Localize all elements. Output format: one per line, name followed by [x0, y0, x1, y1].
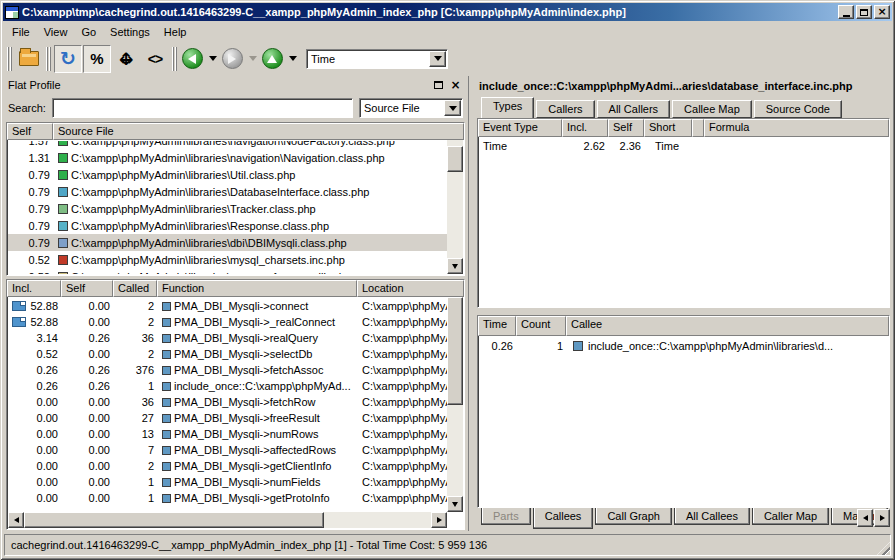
fn-location-value: C:\xampp\phpMyA [358, 316, 447, 328]
cycle-detection-button[interactable]: ↔↕ [112, 45, 140, 73]
tab-all-callees[interactable]: All Callees [674, 508, 750, 525]
functions-horizontal-scrollbar[interactable] [8, 512, 447, 528]
event-type-combo[interactable]: Time [306, 49, 448, 69]
function-row[interactable]: 0.000.007PMA_DBI_Mysqli->affectedRowsC:\… [8, 442, 447, 458]
minimize-button[interactable] [838, 5, 854, 19]
column-header-formula[interactable]: Formula [704, 119, 889, 137]
function-row[interactable]: 52.880.002PMA_DBI_Mysqli->connectC:\xamp… [8, 298, 447, 314]
back-button[interactable] [180, 45, 204, 73]
function-row[interactable]: 0.260.261include_once::C:\xampp\phpMyAd.… [8, 378, 447, 394]
file-row[interactable]: 0.79C:\xampp\phpMyAdmin\libraries\Util.c… [8, 166, 447, 183]
forward-dropdown[interactable] [245, 45, 259, 73]
menu-go[interactable]: Go [74, 23, 103, 41]
title-bar[interactable]: C:\xampp\tmp\cachegrind.out.1416463299-C… [3, 3, 892, 21]
callees-tab-bar: PartsCalleesCall GraphAll CalleesCaller … [477, 508, 890, 531]
function-row[interactable]: 0.000.0027PMA_DBI_Mysqli->freeResultC:\x… [8, 410, 447, 426]
column-header-empty[interactable] [692, 119, 704, 137]
forward-button[interactable] [220, 45, 244, 73]
tab-source-code[interactable]: Source Code [754, 100, 842, 118]
column-header-self[interactable]: Self [61, 280, 113, 297]
fn-name-cell: include_once::C:\xampp\phpMyAd... [158, 380, 358, 392]
function-row[interactable]: 0.000.002PMA_DBI_Mysqli->getClientInfoC:… [8, 458, 447, 474]
column-header-short[interactable]: Short [644, 119, 692, 137]
file-row[interactable]: 1.31C:\xampp\phpMyAdmin\libraries\naviga… [8, 149, 447, 166]
toolbar-handle[interactable] [46, 47, 51, 71]
column-header-self[interactable]: Self [608, 119, 644, 137]
scroll-thumb[interactable] [447, 297, 463, 405]
back-dropdown[interactable] [205, 45, 219, 73]
callee-row[interactable]: 0.261include_once::C:\xampp\phpMyAdmin\l… [479, 337, 888, 354]
file-row[interactable]: 0.79C:\xampp\phpMyAdmin\libraries\dbi\DB… [8, 234, 447, 251]
combo-dropdown-button[interactable] [429, 51, 446, 67]
function-row[interactable]: 0.000.0036PMA_DBI_Mysqli->fetchRowC:\xam… [8, 394, 447, 410]
function-row[interactable]: 52.880.002PMA_DBI_Mysqli->_realConnectC:… [8, 314, 447, 330]
tab-scroll-right-button[interactable] [874, 509, 890, 527]
tab-callee-map[interactable]: Callee Map [672, 100, 752, 118]
files-vertical-scrollbar[interactable] [447, 124, 463, 274]
open-file-button[interactable] [15, 45, 43, 73]
dock-float-button[interactable] [431, 78, 446, 92]
column-header-incl[interactable]: Incl. [562, 119, 608, 137]
column-header-called[interactable]: Called [113, 280, 157, 297]
tab-callers[interactable]: Callers [536, 100, 594, 118]
file-row[interactable]: 0.52C:\xampp\phpMyAdmin\libraries\user_p… [8, 268, 447, 274]
function-row[interactable]: 0.260.26376PMA_DBI_Mysqli->fetchAssocC:\… [8, 362, 447, 378]
percent-relative-button[interactable]: % [83, 45, 111, 73]
toolbar-handle[interactable] [7, 47, 12, 71]
reload-button[interactable]: ↻ [54, 45, 82, 73]
column-header-time[interactable]: Time [478, 316, 516, 336]
scroll-left-button[interactable] [8, 512, 24, 528]
search-input[interactable] [52, 98, 353, 118]
up-button[interactable] [260, 45, 284, 73]
combo-dropdown-button[interactable] [444, 100, 461, 116]
tab-all-callers[interactable]: All Callers [597, 100, 671, 118]
column-header-function[interactable]: Function [157, 280, 357, 297]
tab-scroll-left-button[interactable] [857, 509, 873, 527]
dock-title-bar[interactable]: Flat Profile × [4, 76, 467, 94]
file-self-value: 0.79 [8, 237, 54, 249]
function-row[interactable]: 0.000.001PMA_DBI_Mysqli->getProtoInfoC:\… [8, 490, 447, 506]
tab-caller-map[interactable]: Caller Map [752, 508, 829, 525]
scroll-thumb[interactable] [447, 146, 463, 172]
maximize-button[interactable] [856, 5, 872, 19]
close-button[interactable]: × [874, 5, 890, 19]
scroll-down-button[interactable] [447, 258, 463, 274]
tab-types[interactable]: Types [481, 97, 534, 118]
functions-vertical-scrollbar[interactable] [447, 281, 463, 512]
menu-file[interactable]: File [5, 23, 37, 41]
event-type-row[interactable]: Time2.622.36Time [479, 138, 888, 154]
file-row[interactable]: 0.79C:\xampp\phpMyAdmin\libraries\Tracke… [8, 200, 447, 217]
function-row[interactable]: 0.520.002PMA_DBI_Mysqli->selectDbC:\xamp… [8, 346, 447, 362]
relative-to-parent-button[interactable]: <> [141, 45, 169, 73]
file-row[interactable]: 0.52C:\xampp\phpMyAdmin\libraries\mysql_… [8, 251, 447, 268]
file-row[interactable]: 1.57C:\xampp\phpMyAdmin\libraries\naviga… [8, 141, 447, 149]
function-row[interactable]: 0.000.001PMA_DBI_Mysqli->numFieldsC:\xam… [8, 474, 447, 490]
column-header-incl[interactable]: Incl. [7, 280, 61, 297]
column-header-location[interactable]: Location [357, 280, 464, 297]
tab-callees[interactable]: Callees [533, 508, 594, 529]
column-header-source-file[interactable]: Source File [53, 123, 464, 140]
file-self-value: 1.57 [8, 141, 54, 147]
up-dropdown[interactable] [285, 45, 299, 73]
column-header-count[interactable]: Count [516, 316, 566, 336]
scroll-down-button[interactable] [447, 496, 463, 512]
file-row[interactable]: 0.79C:\xampp\phpMyAdmin\libraries\Respon… [8, 217, 447, 234]
column-header-event-type[interactable]: Event Type [478, 119, 562, 137]
column-header-callee[interactable]: Callee [566, 316, 889, 336]
fn-incl-value: 0.00 [37, 428, 58, 440]
menu-help[interactable]: Help [157, 23, 194, 41]
file-row[interactable]: 0.79C:\xampp\phpMyAdmin\libraries\Databa… [8, 183, 447, 200]
tab-call-graph[interactable]: Call Graph [595, 508, 672, 525]
menu-settings[interactable]: Settings [103, 23, 157, 41]
menu-view[interactable]: View [37, 23, 75, 41]
function-row[interactable]: 0.000.0013PMA_DBI_Mysqli->numRowsC:\xamp… [8, 426, 447, 442]
search-row: Search: Source File [4, 94, 467, 122]
group-by-combo[interactable]: Source File [359, 98, 463, 118]
callees-table: Time Count Callee 0.261include_once::C:\… [477, 315, 890, 508]
column-header-self[interactable]: Self [7, 123, 53, 140]
scroll-right-button[interactable] [431, 512, 447, 528]
toolbar-handle[interactable] [172, 47, 177, 71]
dock-close-button[interactable]: × [448, 78, 463, 92]
scroll-thumb[interactable] [24, 512, 324, 528]
function-row[interactable]: 3.140.2636PMA_DBI_Mysqli->realQueryC:\xa… [8, 330, 447, 346]
